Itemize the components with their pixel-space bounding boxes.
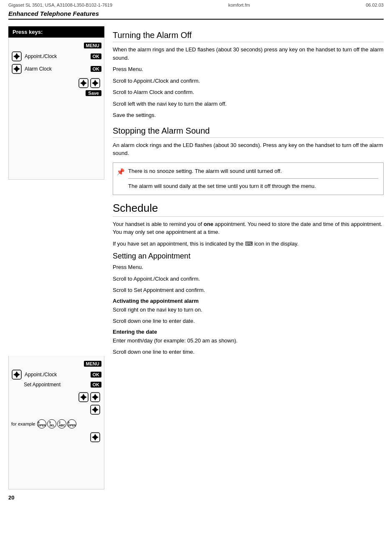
alarm-clock-label: Alarm Clock <box>23 66 89 72</box>
svg-rect-35 <box>82 396 85 398</box>
note2-text: The alarm will sound daily at the set ti… <box>128 182 378 190</box>
section4-step2: Scroll to Appoint./Clock and confirm. <box>113 275 384 283</box>
subsection1-step1: Scroll right on the navi key to turn on. <box>113 306 384 314</box>
svg-rect-53 <box>94 436 96 439</box>
svg-marker-1 <box>15 53 18 55</box>
svg-rect-47 <box>94 408 96 411</box>
section1-step4: Scroll left with the navi key to turn th… <box>113 100 384 108</box>
section3-para1-bold: one <box>204 221 213 227</box>
svg-marker-33 <box>80 396 82 398</box>
nav-icon-3 <box>78 78 89 89</box>
section-title: Enhanced Telephone Features <box>8 10 99 17</box>
header-right: 06.02.03 <box>366 3 384 8</box>
alarm-clock-row: Alarm Clock OK <box>11 63 101 74</box>
top-key-box: MENU Appoint./Clock OK <box>8 38 104 180</box>
svg-marker-39 <box>92 396 94 398</box>
appoint-clock-row-bottom: Appoint./Clock OK <box>11 369 101 380</box>
example-label: for example <box>11 421 35 426</box>
section1-step5: Save the settings. <box>113 111 384 119</box>
navi-down-row-3 <box>11 432 101 443</box>
key-0open-2: 0OPEN <box>67 419 76 428</box>
svg-marker-32 <box>82 398 85 401</box>
svg-rect-11 <box>15 68 18 70</box>
svg-marker-2 <box>15 58 18 60</box>
svg-marker-7 <box>15 66 18 68</box>
svg-marker-4 <box>18 55 20 58</box>
subsection1-step2: Scroll down one line to enter date. <box>113 317 384 325</box>
section-title-bar: Enhanced Telephone Features <box>8 10 384 20</box>
svg-marker-44 <box>94 411 96 413</box>
svg-marker-19 <box>94 80 96 82</box>
subsection2-label: Entering the date <box>113 329 384 335</box>
svg-marker-9 <box>13 68 15 70</box>
nav-icon-1 <box>11 51 22 62</box>
section1-step3: Scroll to Alarm Clock and confirm. <box>113 88 384 96</box>
key-2abc: 2ABC <box>57 419 66 428</box>
svg-marker-46 <box>96 408 99 411</box>
nav-icon-9 <box>90 432 101 443</box>
header-left: Gigaset SL 3501, USA, A31008-L350-B102-1… <box>8 3 112 8</box>
svg-marker-10 <box>18 68 20 70</box>
svg-marker-20 <box>94 84 96 86</box>
svg-marker-28 <box>18 373 20 376</box>
svg-marker-45 <box>92 408 94 411</box>
svg-marker-38 <box>94 398 96 401</box>
appoint-clock-label-top: Appoint./Clock <box>23 53 89 59</box>
svg-marker-14 <box>82 84 85 86</box>
svg-marker-27 <box>13 373 15 376</box>
svg-marker-37 <box>94 394 96 396</box>
section4-step1: Press Menu. <box>113 263 384 271</box>
svg-rect-17 <box>82 82 85 84</box>
subsection1-label: Activating the appointment alarm <box>113 298 384 304</box>
page-number: 20 <box>0 494 392 501</box>
note-box: 📌 There is no snooze setting. The alarm … <box>113 162 384 195</box>
press-keys-header: Press keys: <box>8 26 104 38</box>
set-appointment-label: Set Appointment <box>11 382 89 388</box>
menu-badge-bottom: MENU <box>84 361 101 367</box>
nav-icon-4 <box>90 78 101 89</box>
example-row: for example 0OPEN 5JKL 2ABC 0OPEN <box>11 419 101 428</box>
save-row: Save <box>11 90 101 96</box>
ok-badge-3: OK <box>91 372 102 378</box>
svg-marker-25 <box>15 371 18 373</box>
svg-marker-26 <box>15 376 18 378</box>
svg-marker-43 <box>94 406 96 408</box>
page-header: Gigaset SL 3501, USA, A31008-L350-B102-1… <box>0 0 392 10</box>
svg-rect-23 <box>94 82 96 84</box>
pin-icon: 📌 <box>116 167 125 177</box>
svg-marker-52 <box>96 436 99 439</box>
navi-down-row-1 <box>11 392 101 403</box>
nav-icon-2 <box>11 63 22 74</box>
svg-marker-3 <box>13 55 15 58</box>
ok-badge-1: OK <box>91 53 102 59</box>
right-panel: Turning the Alarm Off When the alarm rin… <box>104 26 384 489</box>
section4-step3: Scroll to Set Appointment and confirm. <box>113 286 384 294</box>
svg-marker-8 <box>15 70 18 72</box>
main-content: Press keys: MENU <box>8 26 384 489</box>
nav-icon-6 <box>78 392 89 403</box>
section1-step2: Scroll to Appoint./Clock and confirm. <box>113 77 384 85</box>
svg-marker-50 <box>94 439 96 441</box>
navi-keys-row <box>11 78 101 89</box>
nav-icon-8 <box>90 404 101 415</box>
nav-icon-5 <box>11 369 22 380</box>
svg-marker-40 <box>96 396 99 398</box>
svg-marker-22 <box>96 82 99 84</box>
navi-down-row-2 <box>11 404 101 415</box>
section1-heading: Turning the Alarm Off <box>113 30 384 42</box>
section3-para2: If you have set an appointment, this is … <box>113 240 384 248</box>
subsection2-step1: Enter month/day (for example: 05.20 am a… <box>113 337 384 345</box>
nav-icon-7 <box>90 392 101 403</box>
menu-row-top: MENU <box>11 43 101 48</box>
menu-badge-top: MENU <box>84 43 101 48</box>
key-0open-1: 0OPEN <box>37 419 46 428</box>
ok-badge-2: OK <box>91 66 102 72</box>
svg-marker-51 <box>92 436 94 439</box>
svg-marker-15 <box>80 82 82 84</box>
section3-para1-pre: Your handset is able to remind you of <box>113 221 204 227</box>
section4-heading: Setting an Appointment <box>113 252 384 261</box>
svg-marker-13 <box>82 80 85 82</box>
section3-heading: Schedule <box>113 202 384 217</box>
section2-para1: An alarm clock rings and the LED flashes… <box>113 141 384 157</box>
section1-step1: Press Menu. <box>113 65 384 74</box>
